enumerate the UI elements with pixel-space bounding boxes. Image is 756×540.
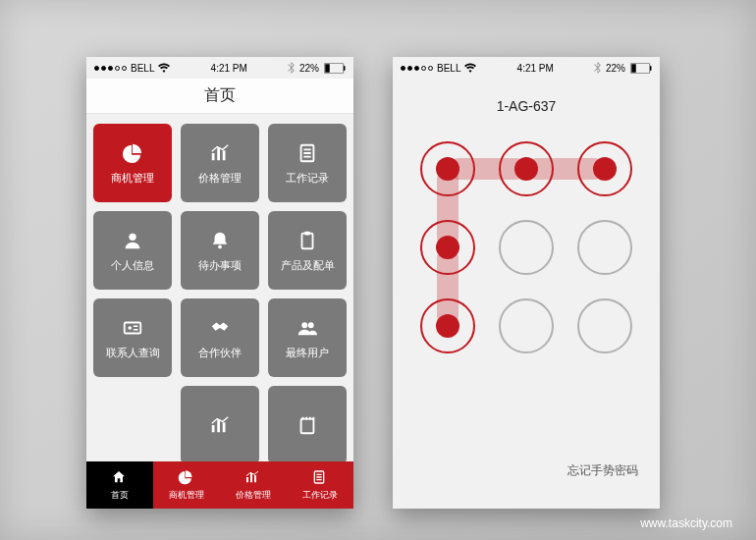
tile-notepad-icon[interactable] [268,386,347,464]
svg-rect-15 [650,66,652,71]
carrier-label: BELL [131,63,154,74]
pattern-dot-9[interactable] [577,298,632,353]
pattern-dot-4[interactable] [420,220,475,275]
list-sheet-icon [296,141,319,165]
svg-rect-8 [125,322,141,333]
tile-label: 合作伙伴 [198,347,242,360]
tile-label: 价格管理 [198,172,242,186]
list-sheet-icon [311,469,329,487]
person-icon [121,229,144,252]
tile-最终用户[interactable]: 最终用户 [268,298,347,377]
bar-lines-icon [244,469,262,487]
svg-point-10 [301,322,307,328]
svg-rect-1 [344,66,346,71]
battery-pct: 22% [606,63,625,74]
tile-商机管理[interactable]: 商机管理 [93,124,172,202]
people-icon [296,316,319,340]
carrier-label: BELL [437,63,460,74]
battery-icon [630,63,652,74]
pattern-dot-5[interactable] [499,220,554,275]
tile-label: 产品及配单 [281,259,335,273]
svg-rect-2 [325,64,330,73]
lock-screen: BELL 4:21 PM 22% 1-AG-637 忘记手势密码 [393,57,660,509]
pattern-dot-3[interactable] [577,141,632,196]
pattern-dot-1[interactable] [420,141,475,196]
handshake-icon [208,316,232,340]
tile-bar-lines-icon[interactable] [181,386,259,464]
tile-label: 商机管理 [111,172,154,186]
tile-label: 工作记录 [286,172,329,186]
svg-rect-12 [301,419,314,434]
nav-bar: 首页 [86,79,353,114]
tab-首页[interactable]: 首页 [86,461,153,509]
pattern-dot-core [436,157,459,181]
tab-label: 工作记录 [302,489,338,502]
tile-label: 待办事项 [198,259,242,273]
pattern-dot-6[interactable] [577,220,632,275]
wifi-icon [464,63,476,73]
pattern-lock[interactable] [420,141,632,353]
tile-label: 联系人查询 [106,347,160,360]
footer-url: www.taskcity.com [640,516,732,530]
pie-chart-icon [121,141,144,165]
bar-lines-icon [208,141,232,165]
svg-rect-16 [631,64,636,73]
tab-bar: 首页商机管理价格管理工作记录 [86,461,353,509]
pattern-dot-core [593,157,617,181]
tile-价格管理[interactable]: 价格管理 [181,124,259,202]
pattern-dot-core [514,314,538,338]
tab-label: 首页 [111,489,129,502]
pattern-dot-core [514,236,538,259]
tile-联系人查询[interactable]: 联系人查询 [93,298,172,377]
page-title: 首页 [204,85,236,106]
tab-价格管理[interactable]: 价格管理 [220,461,287,509]
id-card-icon [121,316,144,340]
bell-icon [208,229,232,252]
home-screen: BELL 4:21 PM 22% 首页 商机管理价格管理工作记录个人信息待办事项… [86,57,353,509]
signal-dots [401,66,433,71]
pattern-dot-7[interactable] [420,298,475,353]
svg-point-5 [218,244,222,248]
svg-point-9 [128,326,132,330]
pattern-dot-core [593,236,617,259]
svg-point-4 [129,233,135,240]
tile-工作记录[interactable]: 工作记录 [268,124,347,202]
tab-label: 商机管理 [169,489,204,502]
clipboard-icon [296,229,319,252]
tab-label: 价格管理 [236,489,271,502]
status-time: 4:21 PM [517,63,554,74]
tile-产品及配单[interactable]: 产品及配单 [268,211,347,290]
svg-rect-6 [302,233,313,248]
home-icon [111,469,129,487]
bluetooth-icon [288,62,295,74]
forgot-pattern-link[interactable]: 忘记手势密码 [567,462,638,479]
pattern-dot-8[interactable] [499,298,554,353]
status-bar: BELL 4:21 PM 22% [393,57,660,79]
pattern-dot-core [436,236,459,259]
svg-point-11 [308,322,314,328]
bluetooth-icon [594,62,601,74]
tab-商机管理[interactable]: 商机管理 [153,461,220,509]
tile-grid: 商机管理价格管理工作记录个人信息待办事项产品及配单联系人查询合作伙伴最终用户 [86,114,353,464]
battery-pct: 22% [299,63,319,74]
wifi-icon [158,63,170,73]
tab-工作记录[interactable]: 工作记录 [287,461,353,509]
tile-待办事项[interactable]: 待办事项 [181,211,259,290]
pattern-dot-2[interactable] [499,141,554,196]
pattern-dot-core [436,314,459,338]
notepad-icon [296,413,319,437]
signal-dots [94,66,127,71]
tile-label: 最终用户 [286,347,329,360]
pattern-dot-core [514,157,538,181]
status-bar: BELL 4:21 PM 22% [86,57,353,79]
battery-icon [324,63,346,74]
tile-个人信息[interactable]: 个人信息 [93,211,172,290]
lock-title: 1-AG-637 [393,98,660,114]
svg-rect-7 [304,231,310,235]
tile-label: 个人信息 [111,259,154,273]
status-time: 4:21 PM [211,63,247,74]
bar-lines-icon [208,413,232,437]
pattern-dot-core [593,314,617,338]
pie-chart-icon [178,469,195,487]
tile-合作伙伴[interactable]: 合作伙伴 [181,298,259,377]
